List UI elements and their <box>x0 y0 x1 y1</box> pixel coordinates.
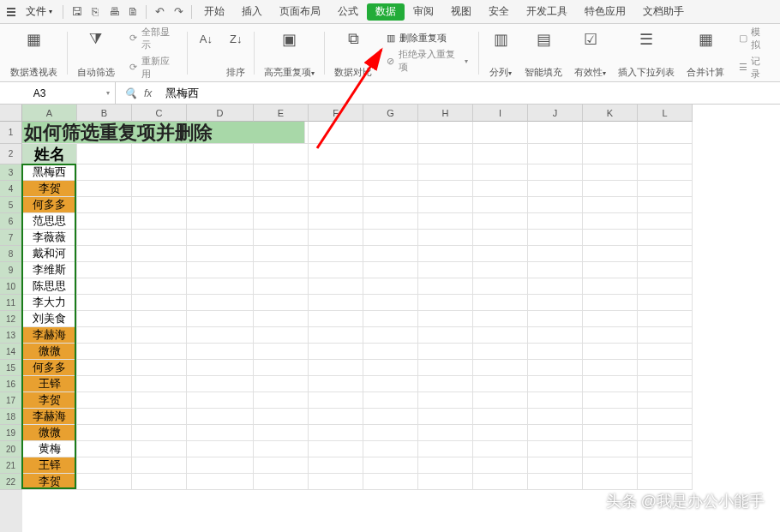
name-cell[interactable]: 李赫海 <box>22 409 77 425</box>
cell[interactable] <box>363 181 418 197</box>
cell[interactable] <box>638 197 693 213</box>
name-cell[interactable]: 李大力 <box>22 295 77 311</box>
cell[interactable] <box>473 197 528 213</box>
cell[interactable] <box>528 392 583 409</box>
cell[interactable] <box>77 327 132 344</box>
title-cell[interactable]: 如何筛选重复项并删除 <box>22 122 305 144</box>
cell[interactable] <box>638 474 693 490</box>
col-header-K[interactable]: K <box>583 105 638 122</box>
col-header-C[interactable]: C <box>132 105 187 122</box>
row-header-21[interactable]: 21 <box>0 457 22 474</box>
cell[interactable] <box>363 327 418 344</box>
cell[interactable] <box>583 262 638 278</box>
cell[interactable] <box>132 197 187 213</box>
name-box-input[interactable] <box>5 87 74 99</box>
cell[interactable] <box>132 311 187 327</box>
cell[interactable] <box>583 409 638 425</box>
cell[interactable] <box>528 213 583 230</box>
row-header-10[interactable]: 10 <box>0 278 22 295</box>
cell[interactable] <box>418 144 473 164</box>
cell[interactable] <box>309 327 363 344</box>
hamburger-icon[interactable] <box>3 8 19 16</box>
cell[interactable] <box>254 327 309 344</box>
row-header-16[interactable]: 16 <box>0 376 22 392</box>
col-header-L[interactable]: L <box>638 105 693 122</box>
cell[interactable] <box>418 311 473 327</box>
cell[interactable] <box>638 246 693 262</box>
col-header-I[interactable]: I <box>473 105 528 122</box>
row-header-9[interactable]: 9 <box>0 262 22 278</box>
highlight-duplicates-button[interactable]: ▣ 高亮重复项▾ <box>259 27 320 79</box>
name-cell[interactable]: 刘美食 <box>22 311 77 327</box>
row-header-7[interactable]: 7 <box>0 230 22 246</box>
cell[interactable] <box>473 246 528 262</box>
cell[interactable] <box>187 144 254 164</box>
cell[interactable] <box>528 311 583 327</box>
cells-area[interactable]: 如何筛选重复项并删除姓名黑梅西李贺何多多范思思李薇薇戴和河李维斯陈思思李大力刘美… <box>22 122 780 532</box>
row-header-12[interactable]: 12 <box>0 311 22 327</box>
cell[interactable] <box>473 474 528 490</box>
cell[interactable] <box>132 327 187 344</box>
name-cell[interactable]: 范思思 <box>22 213 77 230</box>
zoom-icon[interactable]: 🔍 <box>124 87 137 99</box>
cell[interactable] <box>309 164 363 181</box>
cell[interactable] <box>77 278 132 295</box>
cell[interactable] <box>77 181 132 197</box>
cell[interactable] <box>309 344 363 360</box>
cell[interactable] <box>638 181 693 197</box>
sort-desc-button[interactable]: Z↓排序 <box>222 27 249 79</box>
cell[interactable] <box>254 474 309 490</box>
cell[interactable] <box>77 164 132 181</box>
cell[interactable] <box>583 164 638 181</box>
cell[interactable] <box>363 246 418 262</box>
cell[interactable] <box>77 213 132 230</box>
reject-duplicates-button[interactable]: ⊘拒绝录入重复项▾ <box>382 47 471 75</box>
cell[interactable] <box>309 409 363 425</box>
cell[interactable] <box>77 344 132 360</box>
cell[interactable] <box>254 262 309 278</box>
cell[interactable] <box>187 164 254 181</box>
show-all-button[interactable]: ⟳全部显示 <box>125 25 179 52</box>
name-cell[interactable]: 李贺 <box>22 474 77 490</box>
cell[interactable] <box>363 409 418 425</box>
column-header-cell[interactable]: 姓名 <box>22 144 77 164</box>
cell[interactable] <box>254 164 309 181</box>
cell[interactable] <box>418 392 473 409</box>
cell[interactable] <box>187 213 254 230</box>
row-header-8[interactable]: 8 <box>0 246 22 262</box>
cell[interactable] <box>583 246 638 262</box>
cell[interactable] <box>187 181 254 197</box>
cell[interactable] <box>583 122 638 144</box>
cell[interactable] <box>528 164 583 181</box>
col-header-B[interactable]: B <box>77 105 132 122</box>
cell[interactable] <box>77 230 132 246</box>
cell[interactable] <box>638 392 693 409</box>
consolidate-button[interactable]: ▦ 合并计算 <box>681 27 729 79</box>
cell[interactable] <box>309 122 363 144</box>
cell[interactable] <box>254 213 309 230</box>
name-box[interactable]: ▾ <box>0 82 116 105</box>
cell[interactable] <box>187 295 254 311</box>
tab-安全[interactable]: 安全 <box>480 0 518 24</box>
qat-open-icon[interactable]: ⎘ <box>86 3 105 21</box>
name-cell[interactable]: 陈思思 <box>22 278 77 295</box>
cell[interactable] <box>309 474 363 490</box>
data-compare-button[interactable]: ⧉ 数据对比 <box>329 27 377 79</box>
insert-dropdown-button[interactable]: ☰ 插入下拉列表 <box>613 27 680 79</box>
record-button[interactable]: ☰记录 <box>735 54 771 81</box>
cell[interactable] <box>473 230 528 246</box>
row-header-5[interactable]: 5 <box>0 197 22 213</box>
cell[interactable] <box>583 230 638 246</box>
cell[interactable] <box>418 344 473 360</box>
cell[interactable] <box>638 327 693 344</box>
name-cell[interactable]: 黑梅西 <box>22 164 77 181</box>
cell[interactable] <box>583 311 638 327</box>
cell[interactable] <box>77 295 132 311</box>
cell[interactable] <box>418 278 473 295</box>
cell[interactable] <box>132 425 187 441</box>
name-cell[interactable]: 王铎 <box>22 376 77 392</box>
cell[interactable] <box>528 144 583 164</box>
row-header-6[interactable]: 6 <box>0 213 22 230</box>
cell[interactable] <box>638 311 693 327</box>
cell[interactable] <box>309 376 363 392</box>
